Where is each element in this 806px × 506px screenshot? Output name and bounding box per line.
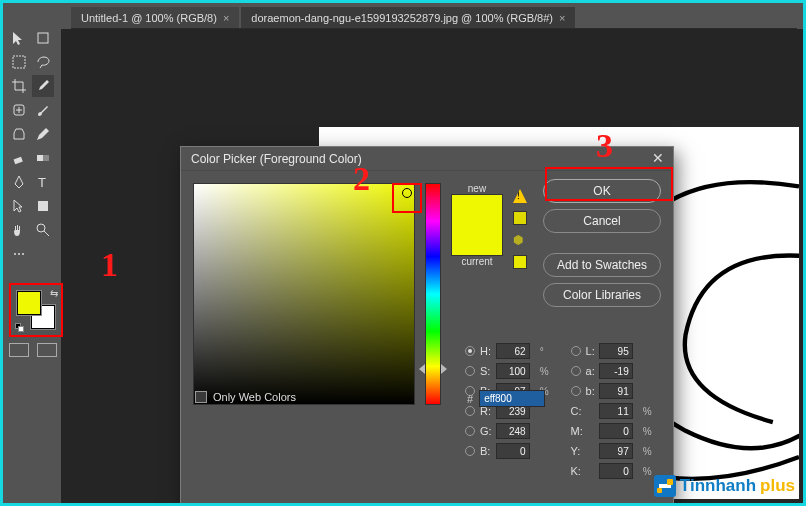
shape-tool[interactable] <box>32 195 54 217</box>
gamut-warning-icon[interactable] <box>513 189 527 203</box>
close-icon[interactable]: × <box>223 12 229 24</box>
radio-r[interactable] <box>465 406 475 416</box>
quickmask-icon[interactable] <box>9 343 29 357</box>
screenmode-icon[interactable] <box>37 343 57 357</box>
radio-g[interactable] <box>465 426 475 436</box>
k-input[interactable] <box>599 463 633 479</box>
only-web-colors[interactable]: Only Web Colors <box>195 391 296 403</box>
default-colors-icon[interactable] <box>15 323 25 333</box>
s-input[interactable] <box>496 363 530 379</box>
websafe-icon[interactable]: ⬢ <box>513 233 527 247</box>
hue-slider[interactable] <box>425 183 441 405</box>
svg-rect-1 <box>13 56 25 68</box>
checkbox[interactable] <box>195 391 207 403</box>
tab-doraemon[interactable]: doraemon-dang-ngu-e1599193252879.jpg @ 1… <box>241 7 575 28</box>
pencil-tool[interactable] <box>32 123 54 145</box>
tools-panel: T <box>6 25 58 267</box>
color-libraries-button[interactable]: Color Libraries <box>543 283 661 307</box>
a-input[interactable] <box>599 363 633 379</box>
radio-b2[interactable] <box>571 386 581 396</box>
type-tool[interactable]: T <box>32 171 54 193</box>
color-fields: H: ° L: S: % a: B: % b: R: C: <box>465 343 652 479</box>
edit-toolbar[interactable] <box>32 243 54 265</box>
pen-tool[interactable] <box>8 171 30 193</box>
add-swatch-button[interactable]: Add to Swatches <box>543 253 661 277</box>
radio-s[interactable] <box>465 366 475 376</box>
path-select-tool[interactable] <box>8 195 30 217</box>
lasso-tool[interactable] <box>32 51 54 73</box>
hex-row: # <box>467 390 545 407</box>
tab-label: doraemon-dang-ngu-e1599193252879.jpg @ 1… <box>251 12 553 24</box>
websafe-swatch[interactable] <box>513 255 527 269</box>
g-input[interactable] <box>496 423 530 439</box>
move-tool[interactable] <box>8 27 30 49</box>
b2-input[interactable] <box>599 383 633 399</box>
svg-text:T: T <box>38 175 46 190</box>
dialog-title: Color Picker (Foreground Color) <box>191 152 362 166</box>
saturation-field[interactable] <box>193 183 415 405</box>
new-label: new <box>468 183 486 194</box>
y-input[interactable] <box>599 443 633 459</box>
h-input[interactable] <box>496 343 530 359</box>
patch-tool[interactable] <box>8 99 30 121</box>
foreground-color[interactable] <box>17 291 41 315</box>
tab-untitled[interactable]: Untitled-1 @ 100% (RGB/8) × <box>71 7 239 28</box>
c-input[interactable] <box>599 403 633 419</box>
hex-input[interactable] <box>479 390 545 407</box>
artboard-tool[interactable] <box>32 27 54 49</box>
screen-mode-icons <box>9 343 57 357</box>
tab-label: Untitled-1 @ 100% (RGB/8) <box>81 12 217 24</box>
svg-rect-3 <box>14 157 23 164</box>
close-icon[interactable]: × <box>559 12 565 24</box>
svg-point-11 <box>22 253 24 255</box>
cancel-button[interactable]: Cancel <box>543 209 661 233</box>
bc-input[interactable] <box>496 443 530 459</box>
close-icon[interactable]: ✕ <box>649 150 667 168</box>
current-label: current <box>461 256 492 267</box>
radio-bc[interactable] <box>465 446 475 456</box>
radio-l[interactable] <box>571 346 581 356</box>
logo-icon <box>654 475 676 497</box>
annotation-3: 3 <box>596 127 613 165</box>
marquee-tool[interactable] <box>8 51 30 73</box>
brush-tool[interactable] <box>32 99 54 121</box>
l-input[interactable] <box>599 343 633 359</box>
svg-point-10 <box>18 253 20 255</box>
svg-rect-0 <box>38 33 48 43</box>
more-tools[interactable] <box>8 243 30 265</box>
swap-colors-icon[interactable]: ⇆ <box>50 288 58 299</box>
annotation-1: 1 <box>101 246 118 284</box>
svg-rect-5 <box>37 155 43 161</box>
hand-tool[interactable] <box>8 219 30 241</box>
svg-point-9 <box>14 253 16 255</box>
annotation-box-2 <box>392 183 422 213</box>
gamut-swatch[interactable] <box>513 211 527 225</box>
zoom-tool[interactable] <box>32 219 54 241</box>
color-preview <box>451 194 503 256</box>
eyedropper-tool[interactable] <box>32 75 54 97</box>
annotation-box-3 <box>545 167 673 201</box>
crop-tool[interactable] <box>8 75 30 97</box>
radio-a[interactable] <box>571 366 581 376</box>
document-tabs: Untitled-1 @ 100% (RGB/8) × doraemon-dan… <box>71 7 797 29</box>
m-input[interactable] <box>599 423 633 439</box>
radio-h[interactable] <box>465 346 475 356</box>
annotation-2: 2 <box>353 160 370 198</box>
svg-rect-7 <box>38 201 48 211</box>
color-swatches[interactable]: ⇆ <box>9 283 63 337</box>
hash-label: # <box>467 393 473 405</box>
svg-point-8 <box>37 224 45 232</box>
eraser-tool[interactable] <box>8 147 30 169</box>
watermark-logo: Tinnhanhplus <box>654 475 795 497</box>
gradient-tool[interactable] <box>32 147 54 169</box>
clone-tool[interactable] <box>8 123 30 145</box>
